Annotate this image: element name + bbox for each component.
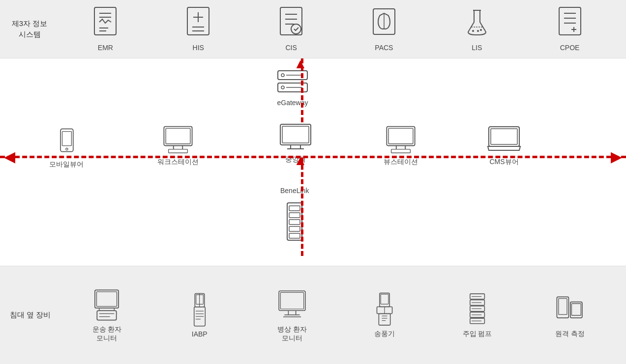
central-monitor-icon — [278, 122, 313, 152]
arrow-left-icon: ◀ — [4, 149, 15, 164]
svg-point-41 — [65, 148, 67, 150]
middle-section: ◀ ▶ ▲ ▲ eGateway 중앙역 — [0, 58, 626, 266]
infusion-pump-icon — [463, 292, 492, 327]
transport-monitor-label: 운송 환자모니터 — [92, 325, 122, 343]
svg-rect-81 — [381, 294, 388, 304]
ventilator-label: 송풍기 — [374, 330, 395, 338]
transport-monitor-item: 운송 환자모니터 — [92, 288, 121, 343]
bottom-icons-row: 운송 환자모니터 IABP — [60, 288, 616, 343]
svg-rect-74 — [279, 291, 305, 310]
svg-rect-55 — [289, 206, 300, 211]
svg-rect-84 — [379, 313, 390, 325]
infusion-pump-label: 주입 펌프 — [463, 330, 492, 338]
cms-viewer-item: CMS뷰어 — [487, 125, 521, 167]
svg-rect-53 — [491, 129, 517, 144]
svg-rect-22 — [559, 7, 581, 35]
arrow-up-top-icon: ▲ — [294, 56, 307, 72]
svg-rect-43 — [166, 128, 190, 143]
his-icon — [183, 6, 213, 41]
cis-item: CIS — [276, 6, 306, 52]
bedside-monitor-icon — [277, 288, 307, 322]
bedside-monitor-label: 병상 환자모니터 — [277, 325, 307, 343]
cms-viewer-label: CMS뷰어 — [489, 157, 518, 167]
pacs-label: PACS — [375, 44, 393, 52]
top-icons-row: EMR HIS CIS — [59, 6, 616, 52]
horizontal-line — [0, 156, 626, 158]
mobile-viewer-item: 모바일뷰어 — [49, 127, 84, 169]
emr-icon — [90, 6, 120, 41]
ventilator-icon — [370, 292, 399, 327]
svg-point-32 — [281, 86, 284, 89]
cis-label: CIS — [285, 44, 297, 52]
v-line-bottom — [301, 158, 303, 256]
top-section: 제3자 정보시스템 EMR HIS — [0, 0, 626, 58]
viewstation-label: 뷰스테이션 — [384, 157, 418, 167]
lis-item: LIS — [462, 6, 492, 52]
svg-rect-59 — [289, 233, 300, 238]
bottom-section: 침대 옆 장비 운송 환자모니터 — [0, 266, 626, 364]
pacs-item: PACS — [369, 6, 399, 52]
cis-icon — [276, 6, 306, 41]
mobile-viewer-label: 모바일뷰어 — [49, 160, 84, 169]
infusion-pump-item: 주입 펌프 — [463, 292, 492, 338]
remote-monitoring-icon — [555, 292, 585, 327]
transport-monitor-icon — [92, 288, 121, 322]
svg-point-20 — [477, 30, 479, 32]
svg-point-19 — [472, 30, 474, 32]
viewstation-item: 뷰스테이션 — [384, 125, 418, 167]
lis-icon — [462, 6, 492, 41]
workstation-icon — [161, 125, 195, 154]
svg-rect-101 — [571, 304, 581, 315]
remote-monitoring-label: 원격 측정 — [555, 330, 585, 338]
arrow-up-middle-icon: ▲ — [294, 153, 307, 168]
svg-rect-34 — [280, 124, 311, 145]
lis-label: LIS — [472, 44, 482, 52]
bedside-monitor-item: 병상 환자모니터 — [277, 288, 307, 343]
svg-point-29 — [281, 74, 284, 77]
svg-rect-52 — [489, 127, 519, 146]
svg-rect-60 — [95, 290, 119, 308]
egateway-item: eGateway — [275, 68, 310, 108]
iabp-item: IABP — [185, 293, 214, 338]
svg-rect-58 — [289, 226, 300, 231]
his-item: HIS — [183, 6, 213, 52]
svg-rect-51 — [391, 149, 411, 153]
svg-point-14 — [291, 24, 301, 34]
benelink-item: BeneLink — [280, 186, 309, 241]
cms-viewer-icon — [487, 125, 521, 154]
svg-rect-99 — [559, 298, 567, 314]
egateway-label: eGateway — [277, 98, 308, 108]
svg-rect-61 — [97, 291, 117, 306]
svg-rect-56 — [289, 213, 300, 218]
ventilator-item: 송풍기 — [370, 292, 399, 338]
workstation-item: 워크스테이션 — [157, 125, 199, 167]
svg-rect-57 — [289, 220, 300, 224]
svg-rect-42 — [164, 127, 192, 146]
svg-rect-48 — [388, 128, 413, 143]
viewstation-icon — [384, 125, 418, 154]
svg-point-21 — [480, 29, 482, 31]
cpoe-icon — [555, 6, 585, 41]
cpoe-item: CPOE — [555, 6, 585, 52]
mobile-viewer-icon — [56, 127, 78, 157]
egateway-icon — [275, 68, 310, 95]
iabp-label: IABP — [192, 330, 208, 338]
benelink-label: BeneLink — [280, 186, 309, 196]
svg-rect-35 — [282, 126, 309, 143]
pacs-icon — [369, 6, 399, 41]
iabp-icon — [185, 293, 214, 327]
svg-rect-80 — [380, 293, 389, 307]
his-label: HIS — [193, 44, 204, 52]
emr-label: EMR — [98, 44, 113, 52]
remote-monitoring-item: 원격 측정 — [555, 292, 585, 338]
emr-item: EMR — [90, 6, 120, 52]
svg-rect-40 — [62, 132, 71, 146]
svg-rect-75 — [280, 292, 303, 309]
cpoe-label: CPOE — [560, 44, 580, 52]
svg-rect-63 — [97, 310, 117, 320]
bottom-section-label: 침대 옆 장비 — [10, 309, 51, 321]
workstation-label: 워크스테이션 — [157, 157, 199, 167]
svg-rect-46 — [169, 149, 188, 153]
svg-rect-47 — [387, 127, 415, 146]
top-section-label: 제3자 정보시스템 — [10, 18, 49, 40]
